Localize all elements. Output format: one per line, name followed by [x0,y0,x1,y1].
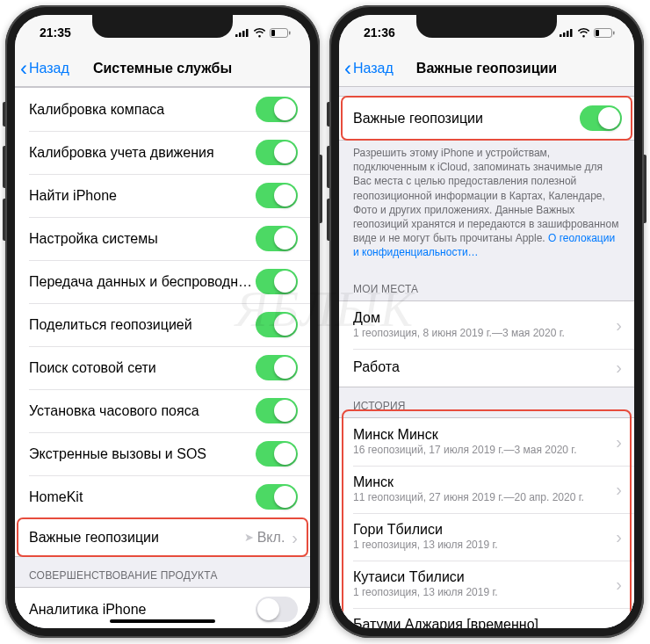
svg-rect-9 [567,31,569,37]
section-header-places: МОИ МЕСТА [339,271,634,300]
significant-toggle-row: Важные геопозиции [339,96,634,141]
place-subtitle: 1 геопозиция, 8 июня 2019 г.—3 мая 2020 … [353,327,622,339]
chevron-right-icon: › [616,358,622,376]
place-row[interactable]: Дом 1 геопозиция, 8 июня 2019 г.—3 мая 2… [339,301,634,349]
svg-rect-6 [289,31,291,34]
page-title: Важные геопозиции [339,61,634,76]
section-header-improvement: СОВЕРШЕНСТВОВАНИЕ ПРОДУКТА [15,557,310,587]
service-row: Калибровка компаса [15,88,310,131]
service-row: Экстренные вызовы и SOS [15,432,310,475]
svg-rect-10 [570,29,573,37]
battery-icon [594,28,615,38]
history-row[interactable]: Минск Минск 16 геопозиций, 17 июля 2019 … [339,418,634,466]
svg-rect-1 [239,33,242,37]
service-row: Поделиться геопозицией [15,303,310,346]
comparison-container: 21:35 ‹ Назад Системные службы Кали [0,0,650,643]
svg-rect-13 [613,31,615,34]
service-toggle[interactable] [256,183,298,208]
service-toggle[interactable] [256,269,298,294]
service-label: Поиск сотовой сети [29,360,256,376]
history-subtitle: 16 геопозиций, 17 июля 2019 г.—3 мая 202… [353,444,622,456]
service-row: Настройка системы [15,217,310,260]
chevron-right-icon: › [616,481,622,498]
history-subtitle: 1 геопозиция, 13 июля 2019 г. [353,586,622,598]
page-title: Системные службы [15,61,310,76]
significant-label: Важные геопозиции [29,530,244,546]
service-toggle[interactable] [256,484,298,510]
chevron-right-icon: › [616,528,622,546]
location-icon: ➤ [244,531,254,544]
service-row: Калибровка учета движения [15,131,310,174]
history-title: Минск Минск [353,427,622,443]
phone-left: 21:35 ‹ Назад Системные службы Кали [5,5,321,638]
places-group: Дом 1 геопозиция, 8 июня 2019 г.—3 мая 2… [339,300,634,387]
place-title: Дом [353,310,622,326]
service-row: Найти iPhone [15,174,310,217]
place-title: Работа [353,359,622,375]
battery-icon [270,28,291,38]
wifi-icon [253,28,266,38]
phone-right: 21:36 ‹ Назад Важные геопозиции [329,5,645,638]
nav-bar: ‹ Назад Системные службы [15,50,310,87]
service-label: Калибровка компаса [29,102,256,118]
history-row[interactable]: Батуми Аджария [временно] 5 геопозиций, … [339,608,634,629]
service-row: Установка часового пояса [15,389,310,432]
chevron-right-icon: › [616,316,622,334]
history-title: Батуми Аджария [временно] [353,617,622,628]
history-subtitle: 1 геопозиция, 13 июля 2019 г. [353,539,622,551]
content-right: Важные геопозиции Разрешить этому iPhone… [339,87,634,628]
toggle-label: Важные геопозиции [353,111,580,127]
improvement-toggle[interactable] [256,597,298,622]
svg-rect-0 [235,34,238,37]
service-toggle[interactable] [256,312,298,337]
svg-rect-5 [271,30,275,36]
significant-value: Вкл. [257,530,285,546]
service-label: Поделиться геопозицией [29,317,256,333]
history-title: Минск [353,474,622,490]
service-row: Поиск сотовой сети [15,346,310,389]
history-title: Кутаиси Тбилиси [353,569,622,585]
significant-toggle[interactable] [580,105,622,131]
svg-rect-3 [246,29,249,37]
service-toggle[interactable] [256,226,298,251]
service-label: Передача данных и беспроводные… [29,274,256,290]
service-label: Установка часового пояса [29,403,256,419]
service-label: Калибровка учета движения [29,145,256,161]
description-note: Разрешить этому iPhone и устройствам, по… [339,141,634,271]
service-toggle[interactable] [256,398,298,423]
service-row: HomeKit [15,475,310,518]
svg-rect-2 [242,31,245,37]
history-subtitle: 11 геопозиций, 27 июня 2019 г.—20 апр. 2… [353,491,622,503]
svg-rect-12 [596,30,599,36]
improvement-label: Аналитика iPhone [29,602,256,618]
services-group: Калибровка компаса Калибровка учета движ… [15,87,310,519]
place-row[interactable]: Работа › [339,349,634,387]
history-group: Минск Минск 16 геопозиций, 17 июля 2019 … [339,417,634,629]
notch [416,15,557,38]
nav-bar: ‹ Назад Важные геопозиции [339,50,634,87]
service-label: HomeKit [29,489,256,505]
signal-icon [560,28,574,37]
chevron-right-icon: › [616,433,622,451]
content-left: Калибровка компаса Калибровка учета движ… [15,87,310,628]
service-toggle[interactable] [256,140,298,165]
signal-icon [235,28,249,37]
history-row[interactable]: Кутаиси Тбилиси 1 геопозиция, 13 июля 20… [339,561,634,608]
service-row: Передача данных и беспроводные… [15,260,310,303]
section-header-history: ИСТОРИЯ [339,387,634,417]
home-indicator[interactable] [110,619,215,623]
wifi-icon [577,28,590,38]
service-toggle[interactable] [256,355,298,380]
chevron-right-icon: › [616,575,622,593]
history-row[interactable]: Гори Тбилиси 1 геопозиция, 13 июля 2019 … [339,513,634,561]
svg-rect-7 [560,34,562,37]
svg-rect-8 [563,33,566,37]
history-title: Гори Тбилиси [353,522,622,538]
notch [92,15,233,38]
service-label: Найти iPhone [29,188,256,204]
history-row[interactable]: Минск 11 геопозиций, 27 июня 2019 г.—20 … [339,466,634,513]
significant-locations-row[interactable]: Важные геопозиции ➤ Вкл. › [15,518,310,557]
chevron-right-icon: › [616,623,622,629]
service-toggle[interactable] [256,441,298,467]
service-toggle[interactable] [256,97,298,122]
